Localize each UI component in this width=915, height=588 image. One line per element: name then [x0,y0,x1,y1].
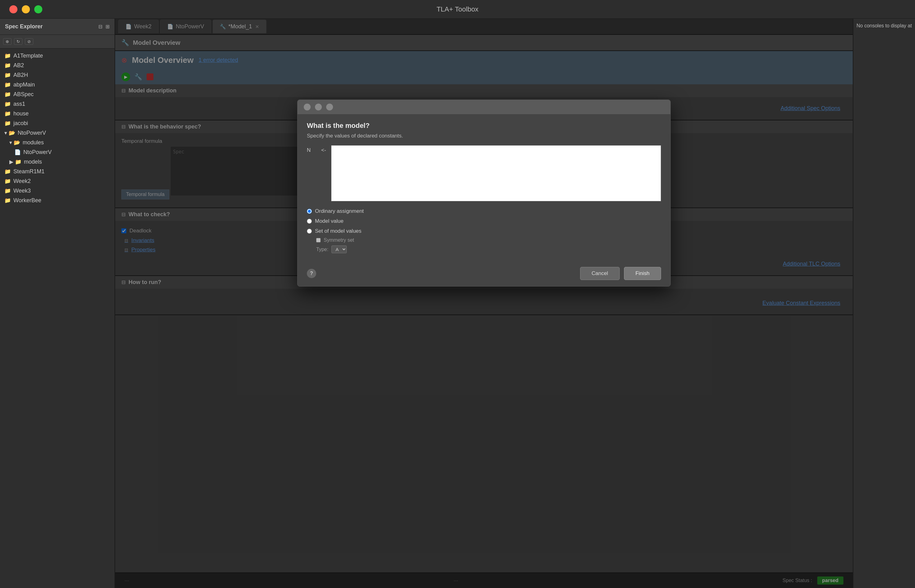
ordinary-assignment-radio[interactable] [307,209,312,214]
ordinary-assignment-row: Ordinary assignment [307,206,661,216]
folder-icon: 📁 [4,53,11,59]
title-bar: TLA+ Toolbox [0,0,915,19]
tree-item-models[interactable]: ▶ 📁 models [0,157,115,167]
sidebar-tree: 📁 A1Template 📁 AB2 📁 AB2H 📁 abpMain 📁 AB… [0,48,115,588]
file-icon: 📄 [14,149,21,155]
dialog-options: Ordinary assignment Model value Set of m… [307,206,661,255]
symmetry-set-checkbox[interactable] [316,238,320,242]
folder-icon: 📁 [4,101,11,107]
tree-item-a1template[interactable]: 📁 A1Template [0,51,115,61]
sidebar-tool-btn-3[interactable]: ⊘ [25,38,33,45]
tree-item-ab2[interactable]: 📁 AB2 [0,61,115,70]
tree-item-abspec[interactable]: 📁 ABSpec [0,90,115,99]
symmetry-set-row: Symmetry set [307,236,661,244]
collapse-icon[interactable]: ⊟ [99,24,102,29]
folder-icon: 📁 [4,187,11,194]
right-panel-message: No consoles to display at [857,23,912,28]
folder-icon: 📁 [4,72,11,78]
expand-icon[interactable]: ⊞ [105,24,110,29]
tree-item-abpmain[interactable]: 📁 abpMain [0,80,115,90]
model-value-row: Model value [307,216,661,226]
tree-item-ass1[interactable]: 📁 ass1 [0,99,115,109]
sidebar-toolbar: ⊕ ↻ ⊘ [0,35,115,48]
dialog-body: What is the model? Specify the values of… [297,114,670,262]
window-controls [9,5,42,13]
dialog-subtitle: Specify the values of declared constants… [307,133,661,139]
dialog: What is the model? Specify the values of… [297,100,671,286]
dialog-dot-2 [315,103,322,110]
tree-item-ab2h[interactable]: 📁 AB2H [0,70,115,80]
set-model-values-row: Set of model values [307,226,661,236]
tree-item-house[interactable]: 📁 house [0,109,115,118]
type-select[interactable]: A [331,246,347,253]
folder-icon: 📁 [4,178,11,184]
arrow-label: <- [321,145,326,153]
tree-item-steamr1m1[interactable]: 📁 SteamR1M1 [0,167,115,176]
sidebar-title: Spec Explorer [5,23,43,30]
set-model-values-radio[interactable] [307,229,312,234]
dialog-footer: ? Cancel Finish [297,262,670,286]
tree-item-modules[interactable]: ▾ 📂 modules [0,138,115,147]
folder-icon: ▶ 📁 [9,159,21,165]
constant-value-box[interactable] [331,145,661,201]
folder-open-icon: ▾ 📂 [9,139,20,146]
tree-item-week2[interactable]: 📁 Week2 [0,176,115,186]
sidebar-icon-group: ⊟ ⊞ [99,24,110,29]
right-panel: No consoles to display at [853,19,915,588]
sidebar: Spec Explorer ⊟ ⊞ ⊕ ↻ ⊘ 📁 A1Template 📁 A… [0,19,115,588]
folder-icon: 📁 [4,81,11,88]
close-button[interactable] [9,5,18,13]
folder-icon: 📁 [4,91,11,98]
help-icon[interactable]: ? [307,269,316,278]
main-container: Spec Explorer ⊟ ⊞ ⊕ ↻ ⊘ 📁 A1Template 📁 A… [0,19,915,588]
sidebar-header: Spec Explorer ⊟ ⊞ [0,19,115,35]
finish-button[interactable]: Finish [624,267,661,280]
folder-icon: 📁 [4,120,11,127]
cancel-button[interactable]: Cancel [580,267,620,280]
model-value-radio[interactable] [307,219,312,224]
content-area: 📄 Week2 📄 NtoPowerV 🔧 *Model_1 ✕ 🔧 Model… [115,19,853,588]
app-title: TLA+ Toolbox [436,5,479,13]
dialog-title-bar [297,100,670,114]
dialog-dot-3 [326,103,333,110]
folder-icon: 📁 [4,62,11,69]
sidebar-tool-btn-1[interactable]: ⊕ [3,38,11,45]
folder-icon: 📁 [4,110,11,117]
tree-item-jacobi[interactable]: 📁 jacobi [0,118,115,128]
folder-icon: 📁 [4,168,11,175]
dialog-heading: What is the model? [307,122,661,130]
constant-name-label: N [307,145,316,153]
type-row: Type: A [307,244,661,255]
tree-item-week3[interactable]: 📁 Week3 [0,186,115,196]
dialog-buttons: Cancel Finish [580,267,661,280]
dialog-constant-row: N <- [307,145,661,201]
sidebar-tool-btn-2[interactable]: ↻ [14,38,23,45]
tree-item-ntopowerv-file[interactable]: 📄 NtoPowerV [0,147,115,157]
dialog-overlay: What is the model? Specify the values of… [115,19,853,588]
maximize-button[interactable] [34,5,42,13]
dialog-dot-1 [304,103,310,110]
folder-open-icon: ▾ 📂 [4,130,15,136]
tree-item-workerbee[interactable]: 📁 WorkerBee [0,196,115,205]
minimize-button[interactable] [22,5,30,13]
folder-icon: 📁 [4,197,11,204]
tree-item-ntopowerv[interactable]: ▾ 📂 NtoPowerV [0,128,115,138]
